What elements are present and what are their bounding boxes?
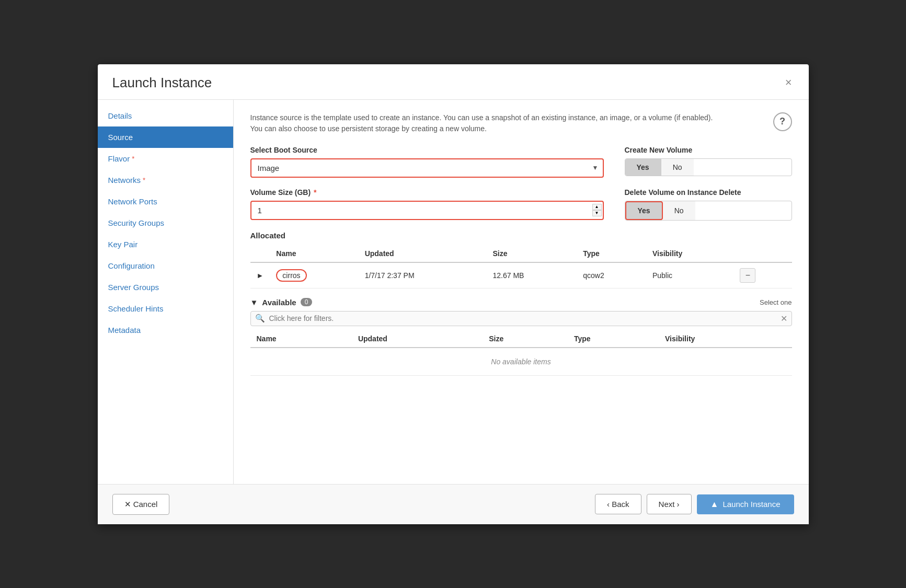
footer-right: ‹ Back Next › ▲ Launch Instance (595, 494, 794, 514)
form-group-create-volume: Create New Volume Yes No (625, 146, 792, 176)
sidebar-item-scheduler-hints[interactable]: Scheduler Hints (98, 298, 233, 319)
help-icon[interactable]: ? (773, 112, 792, 131)
back-button[interactable]: ‹ Back (595, 494, 641, 514)
filter-row: 🔍 ✕ (250, 311, 792, 326)
sidebar: Details Source Flavor * Networks * Netwo… (98, 100, 234, 484)
sidebar-item-label: Configuration (108, 261, 155, 270)
main-content: Instance source is the template used to … (234, 100, 809, 484)
row-remove: − (733, 262, 792, 289)
modal-header: Launch Instance × (98, 64, 809, 100)
sidebar-item-server-groups[interactable]: Server Groups (98, 276, 233, 298)
sidebar-item-metadata[interactable]: Metadata (98, 319, 233, 341)
create-new-volume-no-btn[interactable]: No (661, 159, 694, 176)
sidebar-item-flavor[interactable]: Flavor * (98, 148, 233, 169)
form-group-delete-volume: Delete Volume on Instance Delete Yes No (625, 188, 792, 221)
spinner-up-btn[interactable]: ▲ (592, 204, 602, 210)
sidebar-item-label: Networks (108, 176, 141, 185)
modal-footer: ✕ Cancel ‹ Back Next › ▲ Launch Instance (98, 484, 809, 524)
required-star: * (143, 176, 145, 184)
next-button[interactable]: Next › (647, 494, 692, 514)
sidebar-item-details[interactable]: Details (98, 105, 233, 126)
available-table-header: Name Updated Size Type Visibility (250, 330, 792, 348)
available-count-badge: 0 (301, 298, 313, 306)
boot-source-label: Select Boot Source (250, 146, 604, 154)
delete-volume-btn-group: Yes No (625, 201, 792, 221)
upload-icon: ▲ (710, 500, 719, 509)
col-size: Size (486, 245, 577, 262)
sidebar-item-label: Server Groups (108, 283, 159, 292)
filter-clear-btn[interactable]: ✕ (781, 314, 787, 324)
col-type: Type (577, 245, 646, 262)
no-items-row: No available items (250, 348, 792, 376)
chevron-down-icon: ▼ (250, 298, 258, 307)
avail-col-updated: Updated (352, 330, 483, 348)
launch-instance-button[interactable]: ▲ Launch Instance (697, 494, 794, 514)
sidebar-item-key-pair[interactable]: Key Pair (98, 234, 233, 255)
form-row-volume: Volume Size (GB) * ▲ ▼ Delete Volum (250, 188, 792, 221)
sidebar-item-configuration[interactable]: Configuration (98, 255, 233, 276)
available-section: ▼ Available 0 Select one 🔍 ✕ (250, 298, 792, 376)
volume-input-wrapper: ▲ ▼ (250, 201, 604, 220)
sidebar-item-label: Key Pair (108, 240, 138, 249)
select-one-label: Select one (760, 298, 792, 306)
required-star: * (132, 155, 134, 163)
delete-volume-yes-btn[interactable]: Yes (625, 201, 663, 220)
modal-title: Launch Instance (112, 75, 212, 91)
create-new-volume-yes-btn[interactable]: Yes (625, 159, 661, 176)
footer-left: ✕ Cancel (112, 494, 170, 515)
row-name: cirros (270, 262, 358, 289)
sidebar-item-label: Metadata (108, 326, 141, 335)
remove-image-btn[interactable]: − (740, 268, 755, 283)
table-row: ► cirros 1/7/17 2:37 PM 12.67 MB qcow2 P… (250, 262, 792, 289)
row-type: qcow2 (577, 262, 646, 289)
row-size: 12.67 MB (486, 262, 577, 289)
avail-col-size: Size (483, 330, 568, 348)
available-title[interactable]: ▼ Available 0 (250, 298, 313, 307)
sidebar-item-label: Network Ports (108, 197, 157, 206)
create-new-volume-btn-group: Yes No (625, 158, 792, 176)
row-arrow: ► (250, 262, 270, 289)
allocated-title: Allocated (250, 231, 792, 240)
close-button[interactable]: × (783, 75, 794, 90)
sidebar-item-label: Scheduler Hints (108, 304, 164, 313)
col-updated: Updated (359, 245, 487, 262)
sidebar-item-source[interactable]: Source (98, 126, 233, 148)
avail-col-type: Type (568, 330, 659, 348)
sidebar-item-label: Flavor (108, 154, 130, 163)
allocated-table-header: Name Updated Size Type Visibility (250, 245, 792, 262)
no-items-label: No available items (250, 348, 792, 376)
sidebar-item-label: Security Groups (108, 218, 165, 227)
required-star: * (314, 188, 316, 197)
available-table: Name Updated Size Type Visibility No ava… (250, 330, 792, 376)
allocated-table: Name Updated Size Type Visibility ► (250, 245, 792, 289)
launch-label: Launch Instance (722, 500, 780, 509)
filter-input[interactable] (269, 314, 781, 322)
form-group-boot-source: Select Boot Source Image Snapshot Volume… (250, 146, 604, 178)
delete-volume-no-btn[interactable]: No (663, 201, 695, 220)
help-row: Instance source is the template used to … (250, 112, 792, 134)
volume-size-input[interactable] (250, 201, 604, 220)
available-header-row: ▼ Available 0 Select one (250, 298, 792, 307)
boot-source-wrapper: Image Snapshot Volume Volume Snapshot ▼ (250, 158, 604, 178)
create-new-volume-label: Create New Volume (625, 146, 792, 154)
allocated-section: Allocated Name Updated Size Type Visibil… (250, 231, 792, 289)
available-label: Available (262, 298, 296, 307)
spinner-buttons: ▲ ▼ (592, 204, 602, 216)
spinner-down-btn[interactable]: ▼ (592, 210, 602, 216)
boot-source-select[interactable]: Image Snapshot Volume Volume Snapshot (250, 158, 604, 178)
delete-volume-label: Delete Volume on Instance Delete (625, 188, 792, 197)
avail-col-name: Name (250, 330, 352, 348)
modal-body: Details Source Flavor * Networks * Netwo… (98, 100, 809, 484)
col-visibility: Visibility (646, 245, 733, 262)
sidebar-item-security-groups[interactable]: Security Groups (98, 212, 233, 234)
search-icon: 🔍 (255, 314, 265, 323)
modal-overlay: Launch Instance × Details Source Flavor … (0, 0, 906, 588)
sidebar-item-network-ports[interactable]: Network Ports (98, 191, 233, 212)
col-action (733, 245, 792, 262)
help-text: Instance source is the template used to … (250, 112, 721, 134)
cancel-button[interactable]: ✕ Cancel (112, 494, 170, 515)
launch-instance-modal: Launch Instance × Details Source Flavor … (98, 64, 809, 524)
row-visibility: Public (646, 262, 733, 289)
sidebar-item-networks[interactable]: Networks * (98, 169, 233, 191)
sidebar-item-label: Source (108, 133, 133, 142)
